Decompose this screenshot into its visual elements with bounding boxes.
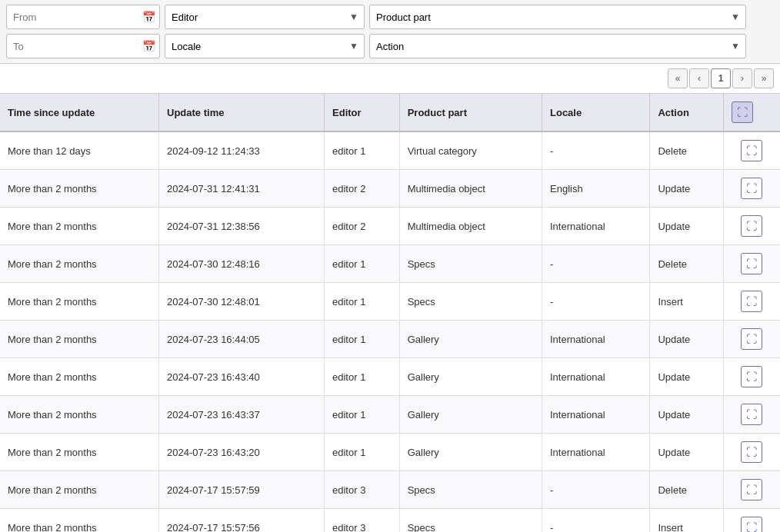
- cell-expand: ⛶: [723, 170, 780, 208]
- cell-update-time: 2024-07-23 16:44:05: [159, 321, 325, 358]
- cell-time-since: More than 12 days: [0, 131, 159, 170]
- cell-action: Update: [650, 170, 723, 208]
- cell-update-time: 2024-07-30 12:48:16: [159, 245, 325, 283]
- cell-update-time: 2024-07-23 16:43:40: [159, 358, 325, 396]
- cell-expand: ⛶: [723, 131, 780, 170]
- expand-row-button[interactable]: ⛶: [741, 215, 762, 237]
- cell-editor: editor 1: [325, 434, 400, 471]
- cell-expand: ⛶: [723, 509, 780, 533]
- cell-locale: -: [542, 509, 650, 533]
- cell-update-time: 2024-07-23 16:43:20: [159, 434, 325, 471]
- cell-locale: International: [542, 358, 650, 396]
- filter-group-row1: 📅 Editor editor 1 editor 2 editor 3 ▼ Pr…: [6, 5, 746, 29]
- table-row: More than 2 months 2024-07-23 16:43:37 e…: [0, 396, 780, 434]
- col-header-product-part: Product part: [399, 94, 542, 132]
- cell-action: Delete: [650, 245, 723, 283]
- cell-time-since: More than 2 months: [0, 321, 159, 358]
- expand-row-button[interactable]: ⛶: [741, 328, 762, 350]
- table-row: More than 12 days 2024-09-12 11:24:33 ed…: [0, 131, 780, 170]
- cell-action: Delete: [650, 471, 723, 509]
- table-row: More than 2 months 2024-07-30 12:48:01 e…: [0, 283, 780, 321]
- cell-locale: -: [542, 283, 650, 321]
- cell-action: Insert: [650, 283, 723, 321]
- cell-editor: editor 1: [325, 131, 400, 170]
- cell-action: Update: [650, 208, 723, 245]
- col-header-expand: ⛶: [723, 94, 780, 132]
- cell-update-time: 2024-07-31 12:41:31: [159, 170, 325, 208]
- action-select[interactable]: Action Delete Update Insert: [369, 34, 746, 58]
- cell-expand: ⛶: [723, 471, 780, 509]
- cell-expand: ⛶: [723, 358, 780, 396]
- expand-row-button[interactable]: ⛶: [741, 479, 762, 500]
- cell-update-time: 2024-07-17 15:57:56: [159, 509, 325, 533]
- cell-expand: ⛶: [723, 208, 780, 245]
- cell-product-part: Gallery: [399, 358, 542, 396]
- cell-update-time: 2024-07-30 12:48:01: [159, 283, 325, 321]
- top-pagination: « ‹ 1 › »: [0, 64, 780, 93]
- cell-expand: ⛶: [723, 283, 780, 321]
- cell-action: Update: [650, 321, 723, 358]
- expand-row-button[interactable]: ⛶: [741, 140, 762, 161]
- cell-update-time: 2024-07-31 12:38:56: [159, 208, 325, 245]
- col-header-time-since: Time since update: [0, 94, 159, 132]
- cell-time-since: More than 2 months: [0, 396, 159, 434]
- expand-row-button[interactable]: ⛶: [741, 404, 762, 425]
- cell-action: Delete: [650, 131, 723, 170]
- expand-all-button[interactable]: ⛶: [732, 101, 753, 123]
- table-row: More than 2 months 2024-07-23 16:43:40 e…: [0, 358, 780, 396]
- prev-page-top-button[interactable]: ‹: [689, 68, 709, 88]
- product-part-select[interactable]: Product part Virtual category Multimedia…: [369, 5, 746, 29]
- cell-locale: International: [542, 208, 650, 245]
- cell-update-time: 2024-09-12 11:24:33: [159, 131, 325, 170]
- cell-product-part: Specs: [399, 471, 542, 509]
- cell-time-since: More than 2 months: [0, 170, 159, 208]
- first-page-top-button[interactable]: «: [668, 68, 688, 88]
- to-date-input[interactable]: [6, 34, 160, 58]
- table-row: More than 2 months 2024-07-17 15:57:56 e…: [0, 509, 780, 533]
- col-header-locale: Locale: [542, 94, 650, 132]
- from-date-input[interactable]: [6, 5, 160, 29]
- table-row: More than 2 months 2024-07-31 12:38:56 e…: [0, 208, 780, 245]
- table-header-row: Time since update Update time Editor Pro…: [0, 94, 780, 132]
- col-header-action: Action: [650, 94, 723, 132]
- cell-time-since: More than 2 months: [0, 208, 159, 245]
- cell-product-part: Multimedia object: [399, 170, 542, 208]
- cell-product-part: Specs: [399, 509, 542, 533]
- cell-editor: editor 1: [325, 245, 400, 283]
- filter-group-row2: 📅 Locale English International ▼ Action …: [6, 34, 774, 58]
- data-table: Time since update Update time Editor Pro…: [0, 93, 780, 532]
- cell-product-part: Virtual category: [399, 131, 542, 170]
- editor-select[interactable]: Editor editor 1 editor 2 editor 3: [165, 5, 365, 29]
- cell-locale: International: [542, 321, 650, 358]
- locale-select[interactable]: Locale English International: [165, 34, 365, 58]
- cell-time-since: More than 2 months: [0, 358, 159, 396]
- cell-editor: editor 2: [325, 170, 400, 208]
- cell-editor: editor 1: [325, 396, 400, 434]
- cell-editor: editor 1: [325, 321, 400, 358]
- table-row: More than 2 months 2024-07-23 16:43:20 e…: [0, 434, 780, 471]
- table-row: More than 2 months 2024-07-31 12:41:31 e…: [0, 170, 780, 208]
- expand-row-button[interactable]: ⛶: [741, 178, 762, 199]
- cell-product-part: Specs: [399, 283, 542, 321]
- cell-time-since: More than 2 months: [0, 245, 159, 283]
- cell-product-part: Specs: [399, 245, 542, 283]
- table-row: More than 2 months 2024-07-30 12:48:16 e…: [0, 245, 780, 283]
- current-page-top-button[interactable]: 1: [711, 68, 731, 88]
- editor-select-wrapper: Editor editor 1 editor 2 editor 3 ▼: [165, 5, 365, 29]
- cell-locale: -: [542, 471, 650, 509]
- expand-row-button[interactable]: ⛶: [741, 291, 762, 312]
- expand-row-button[interactable]: ⛶: [741, 253, 762, 274]
- table-row: More than 2 months 2024-07-23 16:44:05 e…: [0, 321, 780, 358]
- cell-action: Insert: [650, 509, 723, 533]
- last-page-top-button[interactable]: »: [754, 68, 774, 88]
- filter-bar: 📅 Editor editor 1 editor 2 editor 3 ▼ Pr…: [0, 0, 780, 64]
- cell-editor: editor 3: [325, 509, 400, 533]
- cell-time-since: More than 2 months: [0, 471, 159, 509]
- cell-action: Update: [650, 358, 723, 396]
- cell-locale: International: [542, 396, 650, 434]
- expand-row-button[interactable]: ⛶: [741, 441, 762, 463]
- next-page-top-button[interactable]: ›: [732, 68, 752, 88]
- cell-time-since: More than 2 months: [0, 283, 159, 321]
- expand-row-button[interactable]: ⛶: [741, 517, 762, 532]
- expand-row-button[interactable]: ⛶: [741, 366, 762, 387]
